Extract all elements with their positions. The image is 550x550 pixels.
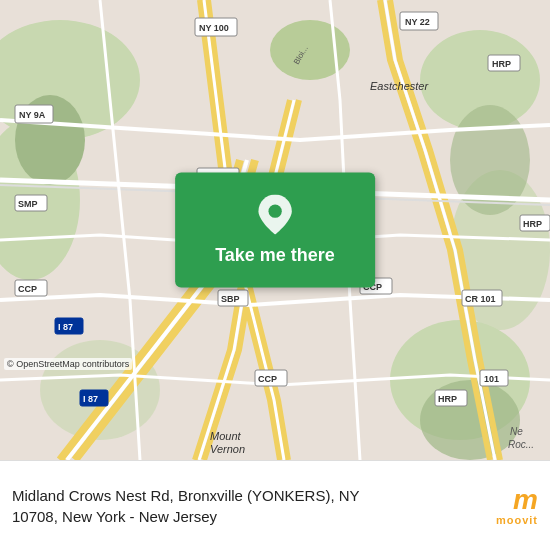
svg-text:HRP: HRP bbox=[438, 394, 457, 404]
take-me-there-label: Take me there bbox=[215, 245, 335, 266]
svg-text:Mount: Mount bbox=[210, 430, 242, 442]
svg-text:NY 22: NY 22 bbox=[405, 17, 430, 27]
svg-text:CCP: CCP bbox=[18, 284, 37, 294]
moovit-brand-text: moovit bbox=[496, 514, 538, 526]
svg-text:Vernon: Vernon bbox=[210, 443, 245, 455]
map-container: NY 9A NY 100 NY 100 NY 22 HRP HRP I 87 I… bbox=[0, 0, 550, 460]
svg-text:NY 100: NY 100 bbox=[199, 23, 229, 33]
info-bar: Midland Crows Nest Rd, Bronxville (YONKE… bbox=[0, 460, 550, 550]
map-pin-icon bbox=[255, 195, 295, 235]
moovit-m-letter: m bbox=[513, 486, 538, 514]
take-me-there-button[interactable]: Take me there bbox=[175, 173, 375, 288]
address-line2: 10708, New York - New Jersey bbox=[12, 506, 486, 527]
svg-text:CCP: CCP bbox=[258, 374, 277, 384]
address-text: Midland Crows Nest Rd, Bronxville (YONKE… bbox=[12, 485, 486, 527]
svg-text:CR 101: CR 101 bbox=[465, 294, 496, 304]
osm-copyright: © OpenStreetMap contributors bbox=[4, 358, 132, 370]
moovit-logo: m moovit bbox=[496, 486, 538, 526]
svg-point-49 bbox=[268, 205, 281, 218]
svg-text:HRP: HRP bbox=[523, 219, 542, 229]
svg-text:HRP: HRP bbox=[492, 59, 511, 69]
svg-text:Roc...: Roc... bbox=[508, 439, 534, 450]
svg-text:Ne: Ne bbox=[510, 426, 523, 437]
svg-text:I 87: I 87 bbox=[83, 394, 98, 404]
svg-text:NY 9A: NY 9A bbox=[19, 110, 46, 120]
svg-text:SMP: SMP bbox=[18, 199, 38, 209]
svg-text:SBP: SBP bbox=[221, 294, 240, 304]
svg-text:I 87: I 87 bbox=[58, 322, 73, 332]
svg-text:Eastchester: Eastchester bbox=[370, 80, 429, 92]
svg-text:101: 101 bbox=[484, 374, 499, 384]
address-line1: Midland Crows Nest Rd, Bronxville (YONKE… bbox=[12, 485, 486, 506]
